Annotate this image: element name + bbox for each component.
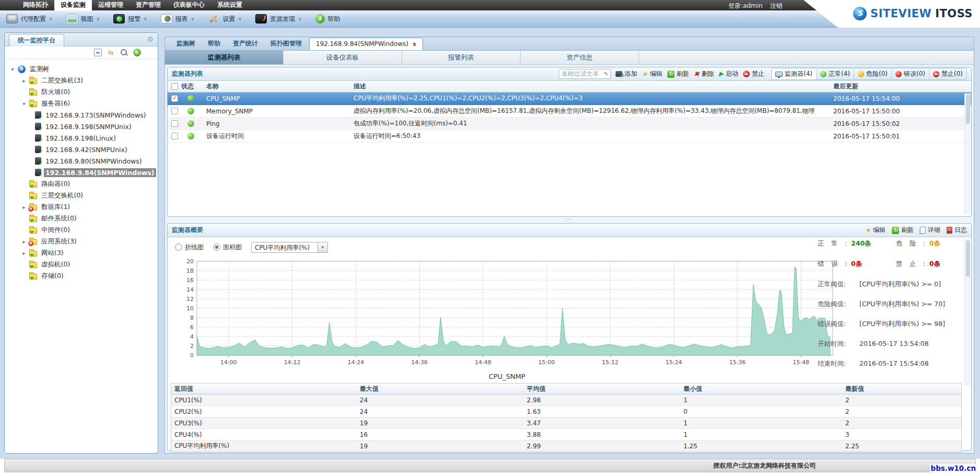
vertical-splitter[interactable]: ⋮ <box>158 32 164 454</box>
tree-item-192-168-9-198-snmpunix[interactable]: 192.168.9.198(SNMPUnix) <box>10 121 157 132</box>
subtab-asset-info[interactable]: 资产信息 <box>521 51 639 64</box>
counter-monitors[interactable]: 监测器(4) <box>772 68 817 79</box>
menu-asset-management[interactable]: 资产管理 <box>129 0 167 10</box>
add-button[interactable]: 添加 <box>616 69 637 78</box>
tree-item-192-168-9-173[interactable]: 192.168.9.173(SNMPWindows) <box>10 109 157 121</box>
collapse-all-icon[interactable] <box>94 49 102 56</box>
tab-help[interactable]: 帮助 <box>203 37 226 50</box>
tree-item-routers[interactable]: 路由器(0) <box>10 178 157 190</box>
name-filter-input[interactable]: 名称过滤文本 ✎ <box>559 69 611 79</box>
subtab-alarm-list[interactable]: 报警列表 <box>402 51 521 64</box>
tree-item-192-168-9-80[interactable]: 192.168.9.80(SNMPWindows) <box>10 155 157 167</box>
menu-device-monitoring[interactable]: 设备监测 <box>54 0 92 10</box>
tree-item-website[interactable]: ▸ 网站(3) <box>10 247 157 259</box>
counter-normal[interactable]: 正常(4) <box>817 68 854 79</box>
counter-error[interactable]: 错误(0) <box>892 68 929 79</box>
tab-monitor-tree[interactable]: 监测树 <box>171 37 200 50</box>
search-icon[interactable] <box>120 49 128 56</box>
stats-row-cpu1[interactable]: CPU1(%) 24 2.98 1 2 <box>171 394 961 406</box>
toolbar-report[interactable]: 报表 ∨ <box>161 14 195 24</box>
menu-network-topology[interactable]: 网络拓扑 <box>17 0 54 10</box>
sync-icon[interactable]: ⇆ <box>107 49 115 56</box>
tree-item-vm[interactable]: 虚拟机(0) <box>10 259 157 270</box>
caret-right-icon[interactable]: ▸ <box>21 239 27 245</box>
chevron-down-icon[interactable]: ∨ <box>238 16 242 21</box>
chevron-down-icon[interactable]: ∨ <box>298 16 302 21</box>
tree-item-database[interactable]: ▸ 数据库(1) <box>10 201 157 213</box>
monitor-row-ping[interactable]: Ping 包成功率(%)=100,往返时间(ms)=0.41 2016-05-1… <box>168 118 971 130</box>
caret-right-icon[interactable]: ▸ <box>21 78 27 84</box>
watermark-link[interactable]: bbs.w10.cn <box>930 464 977 472</box>
counter-disabled[interactable]: 禁止(0) <box>929 68 966 79</box>
chevron-down-icon[interactable]: ∨ <box>144 16 147 21</box>
summary-scrollbar[interactable] <box>964 239 971 386</box>
toolbar-help[interactable]: 帮助 <box>315 14 340 24</box>
toolbar-view[interactable]: 视图 ∨ <box>66 14 100 24</box>
tab-device-192-168-9-84[interactable]: 192.168.9.84(SNMPWindows) x <box>309 38 423 50</box>
stats-row-cpu-avg[interactable]: CPU平均利用率(%) 19 2.99 1.25 2.25 <box>171 440 961 452</box>
monitor-row-memory-snmp[interactable]: Memory_SNMP 虚拟内存利用率(%)=20.06,虚拟内存总空间(MB)… <box>168 105 971 118</box>
toolbar-discovery[interactable]: 资源发现 ∨ <box>255 14 302 24</box>
start-button[interactable]: ▶ 启动 <box>719 69 738 78</box>
edit-button[interactable]: ★ 编辑 <box>642 69 663 78</box>
tree-item-l2switch[interactable]: ▸ 二层交换机(3) <box>10 75 157 86</box>
horizontal-splitter[interactable]: ⋯ <box>167 217 972 223</box>
summary-log-button[interactable]: 日志 <box>947 226 967 235</box>
tree-item-servers[interactable]: ▾ 服务器(6) <box>10 98 157 109</box>
row-checkbox[interactable] <box>171 108 178 114</box>
toolbar-alarm[interactable]: 报警 ∨ <box>113 14 147 24</box>
tree-item-192-168-9-84-selected[interactable]: 192.168.9.84(SNMPWindows) <box>10 167 157 178</box>
delete-button[interactable]: ✖ 删除 <box>694 69 714 78</box>
tree-item-middleware[interactable]: 中间件(0) <box>10 224 157 236</box>
row-checkbox[interactable] <box>171 95 178 102</box>
toolbar-settings[interactable]: 设置 ∨ <box>208 14 242 24</box>
tree-item-firewall[interactable]: 防火墙(0) <box>10 86 157 98</box>
select-all-checkbox[interactable] <box>171 83 178 90</box>
summary-detail-button[interactable]: 详细 <box>920 226 940 235</box>
chevron-down-icon[interactable]: ∨ <box>49 16 53 21</box>
caret-right-icon[interactable]: ▸ <box>21 250 27 256</box>
line-chart-radio[interactable]: 折线图 <box>175 243 204 252</box>
stats-row-cpu4[interactable]: CPU4(%) 16 3.88 1 3 <box>171 429 961 440</box>
subtab-monitor-list[interactable]: 监测器列表 <box>165 51 284 64</box>
sidebar-tab-unified-platform[interactable]: 统一监控平台 <box>9 34 64 47</box>
area-chart-radio[interactable]: 面积图 <box>213 243 242 252</box>
logout-link[interactable]: 注销 <box>770 2 783 10</box>
menu-system-settings[interactable]: 系统设置 <box>211 0 249 10</box>
tree-item-l3switch[interactable]: 三层交换机(0) <box>10 190 157 201</box>
stats-row-cpu2[interactable]: CPU2(%) 24 1.63 0 2 <box>171 406 961 417</box>
tab-asset-stats[interactable]: 资产统计 <box>228 37 263 50</box>
row-checkbox[interactable] <box>171 120 178 127</box>
monitor-row-uptime[interactable]: 设备运行时间 设备运行时间=6:50:43 2016-05-17 15:50:0… <box>168 130 971 143</box>
tree-item-192-168-9-42[interactable]: 192.168.9.42(SNMPUnix) <box>10 144 157 155</box>
counter-danger[interactable]: 危险(0) <box>854 68 892 79</box>
subtab-device-dashboard[interactable]: 设备仪表板 <box>284 51 402 64</box>
gear-icon[interactable]: ⚙ <box>147 35 154 43</box>
tree-item-192-168-9-198-linux[interactable]: 192.168.9.198(Linux) <box>10 132 157 144</box>
tree-item-monitor-tree[interactable]: ▾ 监测树 <box>10 63 157 75</box>
chevron-down-icon[interactable]: ▾ <box>318 242 328 253</box>
disable-button[interactable]: 禁止 <box>743 69 764 78</box>
caret-down-icon[interactable]: ▾ <box>21 101 27 107</box>
tree-item-mail-system[interactable]: 邮件系统(0) <box>10 213 157 224</box>
tab-topology-mgmt[interactable]: 拓扑图管理 <box>265 37 307 50</box>
caret-right-icon[interactable]: ▸ <box>21 204 27 210</box>
monitor-row-cpu-snmp[interactable]: CPU_SNMP CPU平均利用率(%)=2.25,CPU1(%)=2,CPU2… <box>168 92 971 105</box>
row-checkbox[interactable] <box>171 133 178 140</box>
caret-down-icon[interactable]: ▾ <box>10 66 15 72</box>
menu-ops-management[interactable]: 运维管理 <box>92 0 129 10</box>
menu-dashboard-center[interactable]: 仪表板中心 <box>167 0 211 10</box>
summary-edit-button[interactable]: ★ 编辑 <box>865 226 885 235</box>
toolbar-agent-config[interactable]: 代理配置 ∨ <box>6 14 53 24</box>
stats-row-cpu3[interactable]: CPU3(%) 19 3.47 1 2 <box>171 417 961 429</box>
tree-item-storage[interactable]: 存储(0) <box>10 270 157 282</box>
chevron-down-icon[interactable]: ∨ <box>97 16 100 21</box>
refresh-icon[interactable]: ↻ <box>133 49 141 56</box>
metric-select[interactable]: CPU平均利用率(%) ▾ <box>251 242 328 253</box>
summary-refresh-button[interactable]: ↻ 刷新 <box>892 226 914 235</box>
close-icon[interactable]: x <box>412 41 416 48</box>
chevron-down-icon[interactable]: ∨ <box>191 16 195 21</box>
monitor-list-scrollbar[interactable] <box>964 94 971 214</box>
refresh-button[interactable]: ↻ 刷新 <box>667 69 689 78</box>
tree-item-app-system[interactable]: ▸ 应用系统(3) <box>10 236 157 247</box>
